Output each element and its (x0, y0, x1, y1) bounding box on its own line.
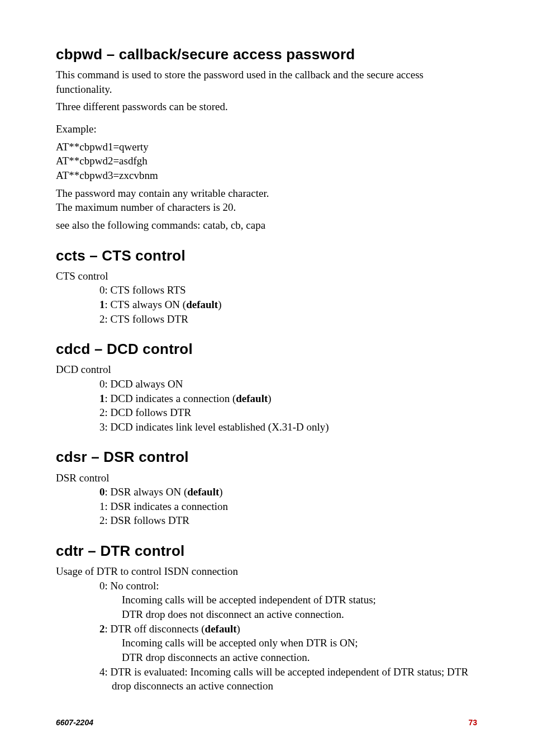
option-text: : CTS always ON ( (105, 299, 187, 310)
option-text: : DTR off disconnects ( (105, 623, 205, 635)
option-value: 2 (99, 623, 105, 635)
default-label: default (205, 623, 237, 635)
option-text: : DSR always ON ( (105, 486, 188, 498)
option-item: 2: DTR off disconnects (default) (99, 622, 477, 636)
option-subtext: Incoming calls will be accepted independ… (122, 593, 477, 607)
code-line: AT**cbpwd3=zxcvbnm (56, 168, 477, 183)
option-text: ) (219, 486, 222, 498)
default-label: default (187, 486, 219, 498)
option-item: 1: CTS always ON (default) (99, 297, 477, 312)
option-subtext: DTR drop disconnects an active connectio… (122, 650, 477, 665)
option-value: 1 (99, 393, 105, 404)
lead-text: DCD control (56, 362, 477, 377)
option-item: 0: DSR always ON (default) (99, 485, 477, 499)
code-line: AT**cbpwd2=asdfgh (56, 154, 477, 168)
option-text: ) (218, 299, 221, 310)
body-text: The password may contain any writable ch… (56, 186, 477, 201)
option-text: ) (237, 623, 240, 635)
option-item: 3: DCD indicates link level established … (99, 420, 477, 434)
option-item: 2: CTS follows DTR (99, 312, 477, 327)
option-text: ) (268, 393, 271, 404)
option-item: 2: DCD follows DTR (99, 405, 477, 420)
footer-page-number: 73 (468, 717, 477, 728)
lead-text: Usage of DTR to control ISDN connection (56, 564, 477, 579)
option-text: : DCD indicates a connection ( (105, 393, 236, 404)
option-item: 0: CTS follows RTS (99, 283, 477, 297)
code-line: AT**cbpwd1=qwerty (56, 140, 477, 154)
heading-cdsr: cdsr – DSR control (56, 447, 477, 467)
body-text: see also the following commands: catab, … (56, 218, 477, 233)
heading-cdcd: cdcd – DCD control (56, 339, 477, 359)
page-footer: 6607-2204 73 (56, 717, 477, 728)
option-item: 1: DSR indicates a connection (99, 499, 477, 514)
body-text: Three different passwords can be stored. (56, 100, 477, 114)
body-text: The maximum number of characters is 20. (56, 200, 477, 215)
option-item: 0: No control: (99, 579, 477, 593)
heading-cbpwd: cbpwd – callback/secure access password (56, 45, 477, 64)
lead-text: CTS control (56, 269, 477, 284)
lead-text: DSR control (56, 471, 477, 485)
option-subtext: DTR drop does not disconnect an active c… (122, 607, 477, 622)
default-label: default (186, 299, 218, 310)
example-label: Example: (56, 122, 477, 136)
heading-ccts: ccts – CTS control (56, 246, 477, 266)
default-label: default (236, 393, 268, 404)
footer-doc-id: 6607-2204 (56, 717, 93, 728)
heading-cdtr: cdtr – DTR control (56, 541, 477, 561)
option-item: 0: DCD always ON (99, 377, 477, 391)
body-text: This command is used to store the passwo… (56, 68, 477, 96)
option-item: 2: DSR follows DTR (99, 513, 477, 528)
option-item: 1: DCD indicates a connection (default) (99, 391, 477, 406)
option-subtext: Incoming calls will be accepted only whe… (122, 636, 477, 650)
option-value: 0 (99, 486, 105, 498)
option-item: 4: DTR is evaluated: Incoming calls will… (99, 665, 477, 693)
option-value: 1 (99, 299, 105, 310)
